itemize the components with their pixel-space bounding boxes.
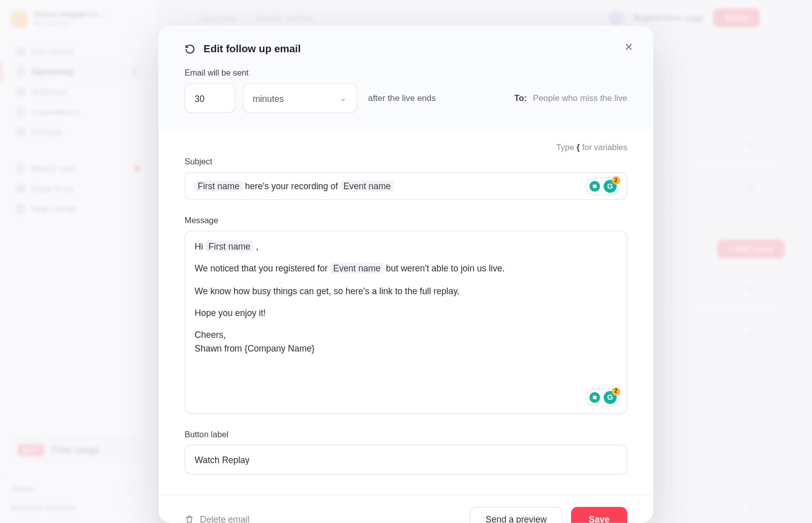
- var-token-first-name[interactable]: First name: [195, 181, 243, 192]
- sent-label: Email will be sent: [185, 68, 627, 78]
- undo-icon[interactable]: [185, 44, 195, 54]
- modal-overlay[interactable]: ✕ Edit follow up email Email will be sen…: [0, 0, 812, 523]
- send-preview-button[interactable]: Send a preview: [469, 507, 563, 522]
- modal-header: ✕ Edit follow up email Email will be sen…: [158, 26, 653, 129]
- msg-text: Hi: [195, 241, 206, 252]
- subject-label: Subject: [185, 157, 627, 166]
- subject-input[interactable]: First name here's your recording of Even…: [185, 172, 627, 200]
- schedule-row: minutes ⌄ after the live ends To: People…: [185, 83, 627, 113]
- msg-text: We noticed that you registered for: [195, 263, 330, 273]
- edit-followup-email-modal: ✕ Edit follow up email Email will be sen…: [158, 26, 653, 522]
- hint-pre: Type: [556, 143, 574, 152]
- hint-post: for variables: [582, 143, 627, 152]
- lightbulb-icon: [589, 392, 600, 403]
- subject-text: here's your recording of: [243, 181, 341, 191]
- time-value-input[interactable]: [185, 83, 235, 113]
- grammarly-icon: G: [603, 391, 617, 404]
- modal-body: Type { for variables Subject First name …: [158, 129, 653, 494]
- button-label-label: Button label: [185, 430, 627, 439]
- msg-text: We know how busy things can get, so here…: [195, 284, 618, 297]
- var-token-event-name[interactable]: Event name: [330, 263, 384, 274]
- to-value: People who miss the live: [533, 93, 627, 103]
- var-token-event-name[interactable]: Event name: [341, 181, 394, 192]
- chevron-down-icon: ⌄: [340, 93, 347, 103]
- delete-email-label: Delete email: [200, 514, 249, 522]
- msg-text: Cheers,: [195, 329, 226, 339]
- modal-title: Edit follow up email: [204, 43, 301, 55]
- message-input[interactable]: Hi First name , We noticed that you regi…: [185, 231, 627, 414]
- time-unit-select[interactable]: minutes ⌄: [243, 83, 357, 113]
- msg-text: ,: [253, 241, 258, 252]
- hint-brace: {: [577, 143, 580, 152]
- button-label-input[interactable]: [185, 445, 627, 474]
- to-label: To:: [514, 93, 527, 103]
- grammarly-badge[interactable]: G: [585, 389, 621, 406]
- msg-text: but weren't able to join us live.: [384, 263, 505, 273]
- modal-footer: Delete email Send a preview Save: [158, 495, 653, 523]
- var-token-first-name[interactable]: First name: [206, 241, 253, 252]
- grammarly-icon: G: [603, 180, 617, 193]
- grammarly-badge[interactable]: G: [585, 177, 621, 195]
- message-label: Message: [185, 215, 627, 225]
- time-unit-value: minutes: [253, 93, 284, 103]
- lightbulb-icon: [589, 181, 600, 191]
- after-text: after the live ends: [368, 93, 435, 103]
- close-icon[interactable]: ✕: [620, 39, 637, 56]
- variables-hint: Type { for variables: [185, 143, 627, 152]
- recipients-block: To: People who miss the live: [514, 93, 627, 103]
- delete-email-button[interactable]: Delete email: [185, 514, 250, 522]
- trash-icon: [185, 514, 194, 523]
- msg-text: Hope you enjoy it!: [195, 306, 618, 320]
- msg-text: Shawn from {Company Name}: [195, 343, 315, 354]
- save-button[interactable]: Save: [571, 507, 627, 522]
